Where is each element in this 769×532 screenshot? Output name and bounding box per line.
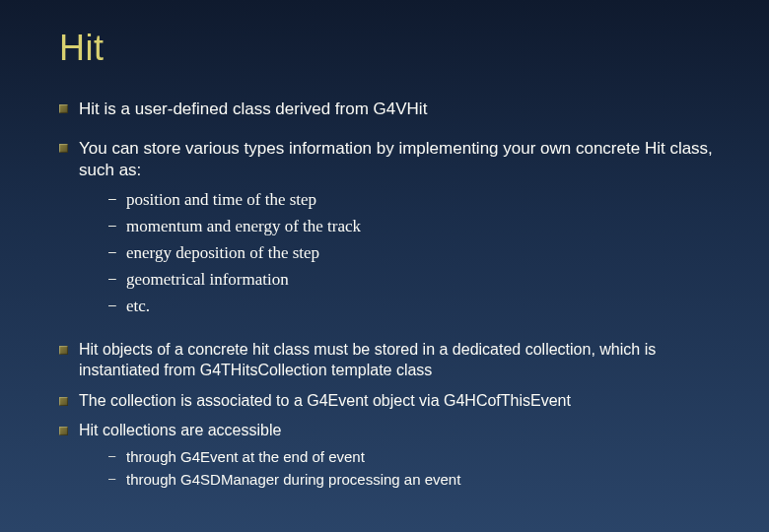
sub-item: energy deposition of the step (108, 242, 739, 265)
bullet-text: You can store various types information … (79, 139, 713, 179)
bullet-item: You can store various types information … (59, 138, 739, 318)
bullet-item: Hit is a user-defined class derived from… (59, 99, 739, 120)
sub-item: through G4SDManager during processing an… (108, 470, 739, 490)
bullet-list-top: Hit is a user-defined class derived from… (59, 99, 739, 318)
slide-title: Hit (59, 28, 739, 69)
sub-item: etc. (108, 296, 739, 318)
sub-item: momentum and energy of the track (108, 216, 739, 238)
sub-item: through G4Event at the end of event (108, 447, 739, 467)
bullet-text: Hit collections are accessible (79, 422, 281, 438)
sub-item: geometrical information (108, 269, 739, 292)
sub-item: position and time of the step (108, 189, 739, 212)
bullet-list-bottom: Hit objects of a concrete hit class must… (59, 340, 739, 491)
sub-list-2: through G4Event at the end of event thro… (108, 447, 739, 491)
bullet-item: Hit collections are accessible through G… (59, 421, 739, 490)
bullet-item: Hit objects of a concrete hit class must… (59, 340, 739, 381)
bullet-item: The collection is associated to a G4Even… (59, 391, 739, 412)
sub-list: position and time of the step momentum a… (108, 189, 739, 318)
